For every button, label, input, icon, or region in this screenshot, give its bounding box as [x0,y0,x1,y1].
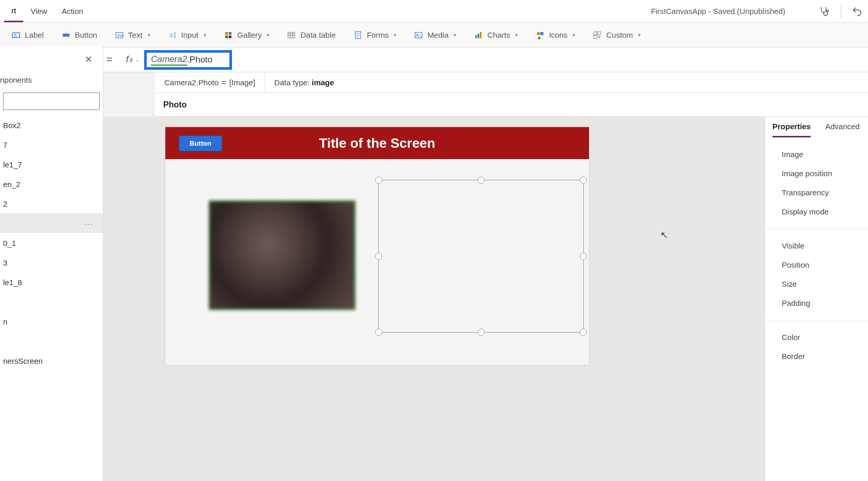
eval-result: Camera2.Photo = [Image] [155,72,265,92]
properties-panel: Properties Advanced ImageImage positionT… [765,117,868,481]
formula-input[interactable]: Camera2.Photo [144,50,232,70]
selected-image-control[interactable] [378,180,584,333]
tree-tab-components[interactable]: nponents [0,72,103,90]
tree-item[interactable]: ··· [0,213,103,233]
svg-rect-6 [229,32,231,35]
insert-charts-label: Charts [487,30,510,39]
insert-media-button[interactable]: Media▾ [407,23,463,47]
property-row[interactable]: Color [773,328,860,347]
insert-custom-label: Custom [606,30,633,39]
property-row[interactable]: Border [773,347,860,366]
selected-property-label: Photo [155,93,868,117]
tree-item[interactable] [0,331,103,351]
property-row[interactable]: Image position [773,164,860,183]
insert-button-button[interactable]: Button [54,23,104,47]
eval-rhs: [Image] [229,78,255,87]
insert-charts-button[interactable]: Charts▾ [467,23,525,47]
resize-handle-ne[interactable] [580,177,587,184]
menu-insert[interactable]: rt [4,0,23,22]
insert-button-text: Button [75,30,97,39]
fx-icon[interactable]: fx⌄ [121,54,145,65]
tree-item[interactable]: 7 [0,135,103,154]
resize-handle-w[interactable] [375,253,382,260]
tree-item[interactable]: en_2 [0,174,103,194]
insert-custom-button[interactable]: Custom▾ [585,23,648,47]
text-icon: Abc [115,30,124,40]
resize-handle-se[interactable] [580,329,587,336]
property-row[interactable]: Display mode [773,202,860,221]
datatable-icon [287,30,296,40]
insert-ribbon: Label Button Abc Text▾ Input▾ Gallery▾ D… [0,23,868,48]
camera-preview-image[interactable] [209,200,355,310]
eval-lhs: Camera2.Photo [164,78,219,87]
property-row[interactable]: Transparency [773,183,860,202]
chevron-down-icon: ▾ [148,32,150,38]
svg-rect-20 [594,35,597,38]
insert-input-button[interactable]: Input▾ [161,23,213,47]
svg-rect-18 [594,32,597,35]
tree-view-panel: ✕ nponents Box27le1_7en_22···0_13le1_8nn… [0,46,103,481]
svg-text:Abc: Abc [117,33,124,38]
tree-item[interactable]: le1_8 [0,272,103,292]
svg-rect-2 [63,34,70,37]
tree-item[interactable]: n [0,312,103,331]
resize-handle-e[interactable] [580,253,587,260]
resize-handle-nw[interactable] [375,177,382,184]
insert-label-button[interactable]: Label [4,23,51,47]
tree-item[interactable]: le1_7 [0,154,103,174]
chevron-down-icon: ▾ [267,32,269,38]
svg-rect-8 [229,35,231,38]
icons-icon [535,30,545,40]
button-icon [61,30,71,40]
insert-text-label: Text [128,30,143,39]
insert-input-label: Input [181,30,198,39]
insert-media-label: Media [427,30,448,39]
tree-item[interactable]: 2 [0,194,103,213]
formula-bar: ⌄ = fx⌄ Camera2.Photo [0,48,868,72]
property-row[interactable]: Size [773,274,860,293]
insert-gallery-button[interactable]: Gallery▾ [216,23,277,47]
property-row[interactable]: Visible [773,236,860,255]
property-row[interactable]: Image [773,145,860,164]
app-screen[interactable]: Button Title of the Screen [165,127,589,365]
svg-rect-13 [475,35,477,38]
eval-datatype: Data type: image [265,72,344,92]
tab-properties[interactable]: Properties [772,122,811,137]
property-row[interactable]: Padding [773,293,860,313]
insert-text-button[interactable]: Abc Text▾ [107,23,158,47]
insert-icons-button[interactable]: Icons▾ [528,23,582,47]
tree-search-input[interactable] [3,92,100,110]
resize-handle-sw[interactable] [375,329,382,336]
app-status: FirstCanvasApp - Saved (Unpublished) [651,7,785,15]
menu-bar: rt View Action FirstCanvasApp - Saved (U… [0,0,868,23]
property-row[interactable]: Position [773,255,860,274]
tab-advanced[interactable]: Advanced [825,122,860,137]
tree-item[interactable]: 3 [0,253,103,272]
menu-view[interactable]: View [23,0,54,22]
formula-remainder[interactable] [232,48,868,72]
svg-rect-7 [225,35,228,38]
undo-icon[interactable] [851,6,863,17]
more-icon[interactable]: ··· [84,219,94,228]
tree-item[interactable]: 0_1 [0,233,103,253]
close-icon[interactable]: ✕ [85,54,92,65]
resize-handle-n[interactable] [477,177,485,184]
insert-forms-button[interactable]: Forms▾ [346,23,404,47]
svg-point-16 [537,32,540,35]
chevron-down-icon: ▾ [204,32,206,38]
insert-datatable-button[interactable]: Data table [280,23,343,47]
tree-item[interactable] [0,292,103,312]
svg-rect-9 [288,32,296,38]
insert-forms-label: Forms [367,30,389,39]
resize-handle-s[interactable] [477,329,485,336]
chevron-down-icon: ▾ [638,32,641,38]
svg-rect-19 [598,32,601,35]
formula-reference: Camera2 [151,54,187,66]
app-checker-icon[interactable] [819,6,830,17]
tree-item[interactable]: Box2 [0,115,103,135]
chevron-down-icon: ▾ [454,32,456,38]
insert-datatable-label: Data table [300,30,335,39]
tree-item[interactable]: nersScreen [0,351,103,370]
menu-action[interactable]: Action [54,0,90,22]
svg-rect-17 [540,32,544,35]
